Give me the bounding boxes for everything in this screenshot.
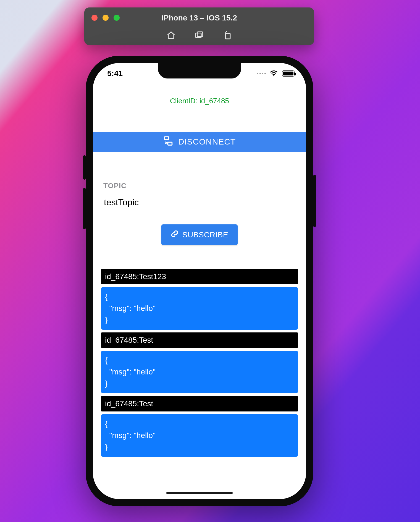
message-header: id_67485:Test xyxy=(101,332,298,348)
svg-rect-2 xyxy=(225,33,230,39)
topic-field-label: TOPIC xyxy=(103,182,296,190)
iphone-screen: 5:41 ClientID: id_67485 xyxy=(93,63,306,499)
message-list: id_67485:Test123 { "msg": "hello" } id_6… xyxy=(93,269,306,457)
subscribe-label: SUBSCRIBE xyxy=(182,230,228,239)
simulator-titlebar: iPhone 13 – iOS 15.2 xyxy=(84,7,314,45)
battery-icon xyxy=(282,70,295,77)
svg-rect-5 xyxy=(168,142,172,145)
message-header: id_67485:Test123 xyxy=(101,269,298,284)
subscribe-button[interactable]: SUBSCRIBE xyxy=(161,224,238,245)
cellular-icon xyxy=(257,73,266,74)
disconnect-icon xyxy=(163,136,173,148)
message-body: { "msg": "hello" } xyxy=(101,414,298,457)
svg-rect-1 xyxy=(197,32,203,36)
message-header: id_67485:Test xyxy=(101,396,298,411)
message-body: { "msg": "hello" } xyxy=(101,287,298,330)
svg-rect-0 xyxy=(196,33,201,38)
device-notch xyxy=(158,63,241,78)
svg-rect-4 xyxy=(164,137,169,140)
subscribe-row: SUBSCRIBE xyxy=(93,224,306,245)
client-id-label: ClientID: id_67485 xyxy=(93,97,306,105)
home-indicator[interactable] xyxy=(166,492,233,494)
status-indicators xyxy=(257,69,295,78)
link-icon xyxy=(171,230,179,240)
home-icon[interactable] xyxy=(166,31,176,41)
screenshot-icon[interactable] xyxy=(195,31,204,41)
disconnect-label: DISCONNECT xyxy=(178,137,236,146)
wifi-icon xyxy=(270,69,278,78)
window-title: iPhone 13 – iOS 15.2 xyxy=(84,14,314,22)
simulator-toolbar xyxy=(84,31,314,41)
topic-section: TOPIC xyxy=(93,182,306,212)
app-root: ClientID: id_67485 DISCONNECT TOPIC xyxy=(93,84,306,499)
svg-point-3 xyxy=(273,75,274,76)
message-body: { "msg": "hello" } xyxy=(101,351,298,393)
iphone-device-frame: 5:41 ClientID: id_67485 xyxy=(86,56,313,506)
rotate-icon[interactable] xyxy=(223,31,232,41)
status-time: 5:41 xyxy=(107,69,123,78)
disconnect-button[interactable]: DISCONNECT xyxy=(93,132,306,152)
topic-input[interactable] xyxy=(103,193,296,212)
device-side-button xyxy=(313,175,316,227)
